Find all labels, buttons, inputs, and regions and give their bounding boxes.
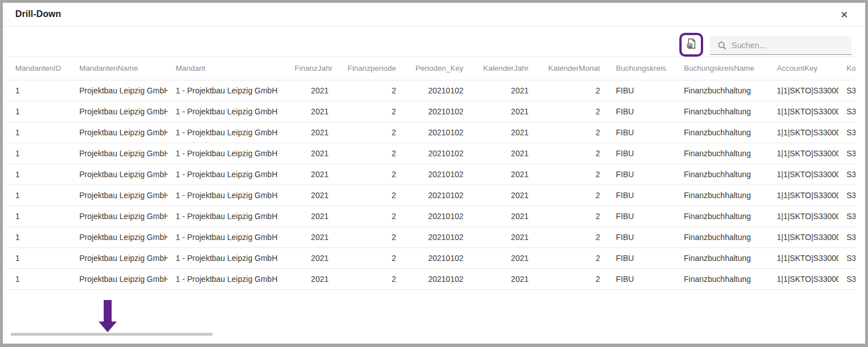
table-cell: 1 - Projektbau Leipzig GmbH (168, 205, 287, 226)
table-cell: 2 (537, 226, 608, 247)
table-header-row: MandantenIDMandantenNameMandantFinanzJah… (7, 57, 856, 80)
table-cell: 20210102 (404, 101, 471, 122)
table-cell: S33000 (839, 205, 856, 226)
table-cell: S33000 (839, 101, 856, 122)
table-cell: 2021 (471, 205, 537, 226)
table-cell: Finanzbuchhaltung (676, 226, 769, 247)
table-cell: 1|1|SKTO|S33000 (769, 101, 839, 122)
data-grid[interactable]: MandantenIDMandantenNameMandantFinanzJah… (7, 57, 856, 292)
table-cell: S33000 (839, 247, 856, 268)
column-header[interactable]: KalenderJahr (471, 57, 537, 80)
table-cell: 2 (337, 143, 404, 164)
table-cell: 20210102 (404, 205, 471, 226)
table-cell: Projektbau Leipzig GmbH (71, 268, 168, 289)
table-cell: 2021 (471, 185, 537, 205)
table-cell: 1|1|SKTO|S33000 (769, 226, 839, 247)
table-cell: 1 - Projektbau Leipzig GmbH (168, 143, 287, 164)
table-cell: 1 - Projektbau Leipzig GmbH (168, 80, 287, 101)
table-cell: 1|1|SKTO|S33000 (769, 80, 839, 101)
table-cell: 1 - Projektbau Leipzig GmbH (168, 247, 287, 268)
table-cell: 2 (537, 80, 608, 101)
table-cell: 2 (537, 101, 608, 122)
arrow-head (99, 322, 117, 332)
table-cell: Finanzbuchhaltung (676, 185, 769, 205)
table-cell: 2 (337, 205, 404, 226)
table-cell: 2021 (287, 247, 337, 268)
table-cell: 20210102 (404, 143, 471, 164)
table-cell: 2021 (471, 164, 537, 185)
close-icon[interactable]: ✕ (837, 8, 852, 23)
table-cell: 1|1|SKTO|S33000 (769, 268, 839, 289)
table-cell: Finanzbuchhaltung (676, 247, 769, 268)
table-cell: 1 - Projektbau Leipzig GmbH (168, 164, 287, 185)
table-cell: 1 (7, 185, 71, 205)
table-cell: Projektbau Leipzig GmbH (71, 122, 168, 143)
dialog-title: Drill-Down (15, 9, 61, 19)
table-row: 1Projektbau Leipzig GmbH1 - Projektbau L… (7, 122, 856, 143)
table-cell: Finanzbuchhaltung (676, 101, 769, 122)
column-header[interactable]: Perioden_Key (404, 57, 471, 80)
table-cell: 2021 (287, 185, 337, 205)
column-header[interactable]: Finanzperiode (337, 57, 404, 80)
table-cell: S33000 (839, 268, 856, 289)
table-cell: 2 (337, 122, 404, 143)
table-cell: 2021 (471, 226, 537, 247)
table-cell: 2 (337, 164, 404, 185)
table-cell: FIBU (608, 247, 676, 268)
table-body: 1Projektbau Leipzig GmbH1 - Projektbau L… (7, 80, 856, 289)
table-cell: 20210102 (404, 247, 471, 268)
column-header[interactable]: Konto (839, 57, 856, 80)
table-cell: 1 (7, 226, 71, 247)
table-cell: Finanzbuchhaltung (676, 164, 769, 185)
column-header[interactable]: Buchungskreis (608, 57, 676, 80)
column-header[interactable]: Mandant (168, 57, 287, 80)
table-cell: S33000 (839, 80, 856, 101)
table-cell: 2021 (287, 164, 337, 185)
down-arrow-annotation (98, 300, 121, 332)
table-cell: 2 (537, 247, 608, 268)
table-cell: Projektbau Leipzig GmbH (71, 185, 168, 205)
column-header[interactable]: FinanzJahr (287, 57, 337, 80)
table-cell: FIBU (608, 143, 676, 164)
table-cell: 2 (537, 185, 608, 205)
table-cell: 1 (7, 122, 71, 143)
table-cell: Projektbau Leipzig GmbH (71, 101, 168, 122)
table-cell: 2021 (287, 226, 337, 247)
search-input[interactable] (710, 36, 852, 54)
column-header[interactable]: MandantenName (71, 57, 168, 80)
toolbar (3, 27, 865, 57)
table-cell: S33000 (839, 143, 856, 164)
column-header[interactable]: BuchungskreisName (676, 57, 769, 80)
table-cell: 2021 (287, 80, 337, 101)
excel-export-button[interactable] (679, 33, 703, 57)
table-cell: Finanzbuchhaltung (676, 80, 769, 101)
table-cell: 1 - Projektbau Leipzig GmbH (168, 101, 287, 122)
table-cell: 20210102 (404, 268, 471, 289)
table-cell: S33000 (839, 185, 856, 205)
table-row: 1Projektbau Leipzig GmbH1 - Projektbau L… (7, 143, 856, 164)
table-cell: FIBU (608, 122, 676, 143)
table-cell: 2021 (471, 268, 537, 289)
table-cell: FIBU (608, 80, 676, 101)
table-cell: 1 (7, 164, 71, 185)
column-header[interactable]: MandantenID (7, 57, 71, 80)
column-header[interactable]: KalenderMonat (537, 57, 608, 80)
excel-export-file-icon (685, 37, 697, 52)
table-cell: 2 (337, 247, 404, 268)
table-cell: 1 (7, 80, 71, 101)
table-row: 1Projektbau Leipzig GmbH1 - Projektbau L… (7, 247, 856, 268)
table-cell: 1|1|SKTO|S33000 (769, 205, 839, 226)
table-cell: S33000 (839, 164, 856, 185)
table-row: 1Projektbau Leipzig GmbH1 - Projektbau L… (7, 80, 856, 101)
table-cell: FIBU (608, 185, 676, 205)
table-row: 1Projektbau Leipzig GmbH1 - Projektbau L… (7, 185, 856, 205)
table-cell: 2 (537, 143, 608, 164)
table-cell: 20210102 (404, 80, 471, 101)
table-cell: Finanzbuchhaltung (676, 122, 769, 143)
table-cell: 20210102 (404, 164, 471, 185)
horizontal-scrollbar-thumb[interactable] (11, 333, 212, 336)
table-cell: FIBU (608, 164, 676, 185)
column-header[interactable]: AccountKey (769, 57, 839, 80)
table-cell: FIBU (608, 205, 676, 226)
table-cell: 1 (7, 143, 71, 164)
